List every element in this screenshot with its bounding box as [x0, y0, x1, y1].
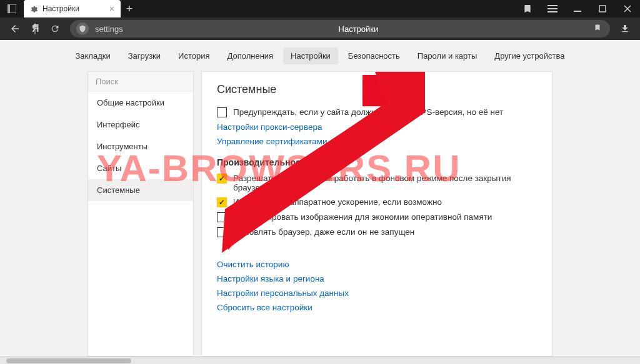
section-title: Системные: [217, 83, 537, 96]
gear-icon: [30, 4, 39, 13]
checkbox-icon[interactable]: [217, 197, 227, 207]
checkbox-icon[interactable]: [217, 107, 227, 117]
address-title: Настройки: [123, 24, 594, 34]
minimize-button[interactable]: [565, 0, 590, 17]
content-area: Закладки Загрузки История Дополнения Нас…: [0, 40, 640, 357]
downloads-icon[interactable]: [615, 19, 635, 39]
nav-settings[interactable]: Настройки: [283, 47, 338, 64]
horizontal-scrollbar[interactable]: [0, 357, 640, 364]
checkbox-row-optimize[interactable]: Оптимизировать изображения для экономии …: [217, 212, 537, 222]
menu-icon[interactable]: [540, 0, 565, 17]
address-path: settings: [95, 24, 123, 34]
sidebar-toggle-icon[interactable]: [0, 0, 24, 17]
checkbox-label: Использовать аппаратное ускорение, если …: [233, 197, 442, 207]
sidebar-item-system[interactable]: Системные: [88, 179, 193, 201]
checkbox-label: Предупреждать, если у сайта должна быть …: [233, 107, 503, 117]
svg-rect-3: [548, 8, 558, 9]
toolbar: Я settings Настройки: [0, 17, 640, 40]
maximize-button[interactable]: [590, 0, 615, 17]
svg-rect-1: [8, 4, 10, 13]
nav-addons[interactable]: Дополнения: [219, 47, 281, 64]
sidebar-item-tools[interactable]: Инструменты: [88, 135, 193, 157]
reload-button[interactable]: [45, 19, 65, 39]
checkbox-icon[interactable]: [217, 212, 227, 222]
checkbox-label: Разрешать приложениям работать в фоновом…: [233, 174, 537, 192]
link-language[interactable]: Настройки языка и региона: [217, 274, 537, 283]
back-button[interactable]: [5, 19, 25, 39]
bookmark-menu-icon[interactable]: [515, 0, 540, 17]
sidebar: Поиск Общие настройки Интерфейс Инструме…: [88, 71, 194, 357]
svg-rect-4: [548, 11, 558, 12]
nav-history[interactable]: История: [171, 47, 217, 64]
tab-label: Настройки: [42, 4, 79, 13]
svg-rect-2: [548, 5, 558, 6]
shield-icon[interactable]: [76, 22, 89, 35]
svg-text:Я: Я: [32, 23, 39, 34]
link-reset[interactable]: Сбросить все настройки: [217, 303, 537, 312]
svg-rect-5: [574, 11, 581, 12]
close-button[interactable]: [615, 0, 640, 17]
checkbox-row-background[interactable]: Разрешать приложениям работать в фоновом…: [217, 174, 537, 192]
top-nav: Закладки Загрузки История Дополнения Нас…: [0, 40, 640, 71]
checkbox-icon[interactable]: [217, 174, 227, 184]
sidebar-item-general[interactable]: Общие настройки: [88, 92, 193, 114]
nav-security[interactable]: Безопасность: [341, 47, 408, 64]
checkbox-label: Обновлять браузер, даже если он не запущ…: [233, 227, 414, 237]
checkbox-label: Оптимизировать изображения для экономии …: [233, 212, 492, 222]
link-personal[interactable]: Настройки персональных данных: [217, 288, 537, 298]
svg-rect-6: [599, 6, 606, 12]
checkbox-row-hardware[interactable]: Использовать аппаратное ускорение, если …: [217, 197, 537, 207]
nav-devices[interactable]: Другие устройства: [487, 47, 572, 64]
bookmark-icon[interactable]: [594, 23, 601, 34]
settings-panel: Системные Предупреждать, если у сайта до…: [201, 71, 552, 357]
yandex-logo-icon[interactable]: Я: [25, 19, 45, 39]
nav-downloads[interactable]: Загрузки: [121, 47, 168, 64]
link-proxy[interactable]: Настройки прокси-сервера: [217, 122, 537, 132]
browser-tab[interactable]: Настройки ×: [24, 0, 121, 17]
link-clear-history[interactable]: Очистить историю: [217, 260, 537, 269]
performance-title: Производительность: [217, 157, 537, 167]
sidebar-item-interface[interactable]: Интерфейс: [88, 114, 193, 135]
tab-close-icon[interactable]: ×: [109, 4, 114, 14]
checkbox-icon[interactable]: [217, 227, 227, 237]
titlebar: Настройки × +: [0, 0, 640, 17]
window-controls: [515, 0, 640, 17]
link-certs[interactable]: Управление сертификатами: [217, 137, 537, 146]
checkbox-row-https[interactable]: Предупреждать, если у сайта должна быть …: [217, 107, 537, 117]
nav-bookmarks[interactable]: Закладки: [68, 47, 118, 64]
scroll-thumb[interactable]: [6, 358, 131, 363]
nav-passwords[interactable]: Пароли и карты: [410, 47, 485, 64]
search-input[interactable]: Поиск: [88, 72, 193, 92]
sidebar-item-sites[interactable]: Сайты: [88, 157, 193, 179]
new-tab-button[interactable]: +: [121, 0, 138, 17]
address-bar[interactable]: settings Настройки: [70, 20, 610, 37]
main-layout: Поиск Общие настройки Интерфейс Инструме…: [0, 71, 640, 357]
checkbox-row-update[interactable]: Обновлять браузер, даже если он не запущ…: [217, 227, 537, 237]
